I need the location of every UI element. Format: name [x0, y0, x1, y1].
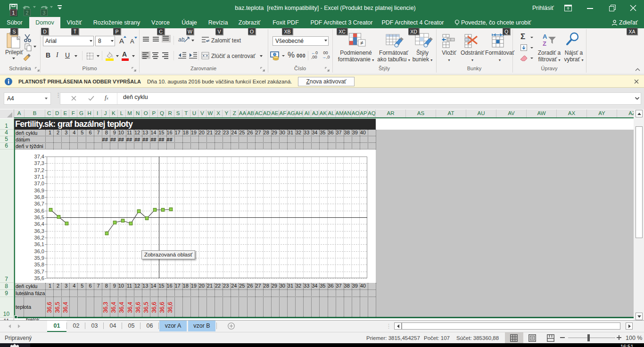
svg-text:A: A — [543, 33, 547, 40]
svg-text:Z: Z — [543, 40, 546, 47]
svg-text:≠: ≠ — [360, 40, 363, 46]
